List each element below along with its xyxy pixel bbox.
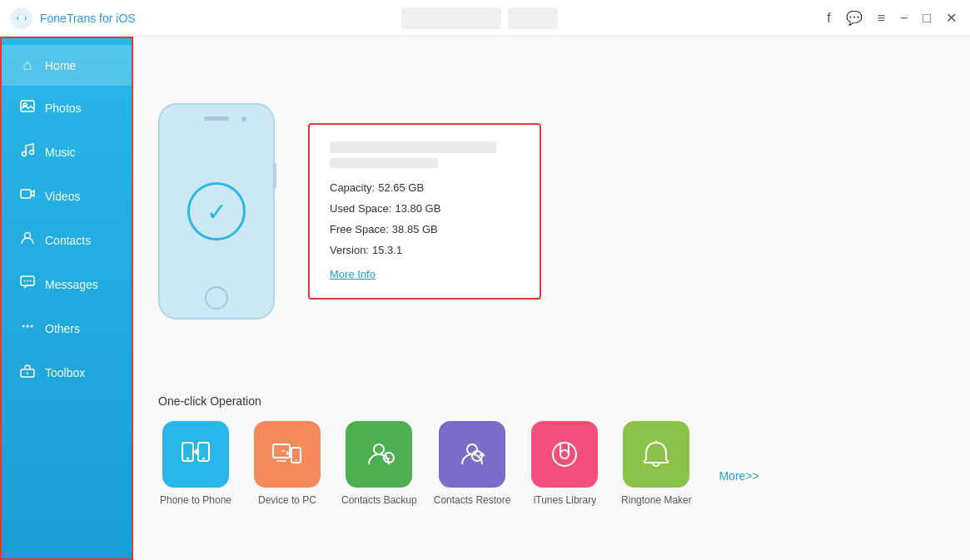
section-title: One-click Operation: [158, 394, 945, 408]
operation-phone-to-phone[interactable]: Phone to Phone: [158, 421, 233, 508]
sidebar-item-contacts[interactable]: Contacts: [2, 218, 132, 262]
operation-contacts-backup[interactable]: Contacts Backup: [341, 421, 417, 508]
sidebar-label-contacts: Contacts: [45, 234, 91, 247]
svg-point-27: [467, 444, 477, 454]
svg-rect-6: [21, 190, 31, 198]
sidebar-item-toolbox[interactable]: Toolbox: [2, 350, 132, 394]
svg-point-14: [31, 325, 33, 328]
phone-speaker: [204, 116, 229, 121]
app-logo-icon: [10, 7, 33, 30]
operation-contacts-restore[interactable]: Contacts Restore: [434, 421, 511, 508]
used-space-row: Used Space: 13.80 GB: [330, 202, 520, 215]
contacts-restore-icon-box: [439, 421, 505, 488]
version-row: Version: 15.3.1: [330, 244, 520, 256]
window-controls: f 💬 ≡ − □ ✕: [823, 8, 960, 27]
one-click-section: One-click Operation Phone: [158, 394, 945, 508]
operation-itunes-library[interactable]: iTunes Library: [527, 421, 602, 508]
capacity-label: Capacity:: [330, 181, 375, 194]
app-logo: FoneTrans for iOS: [10, 7, 136, 30]
svg-point-28: [553, 443, 576, 466]
version-label: Version:: [330, 244, 369, 256]
ringtone-maker-icon-box: [623, 421, 689, 488]
svg-point-29: [560, 450, 569, 458]
sidebar-label-toolbox: Toolbox: [45, 366, 85, 379]
device-to-pc-icon-box: [254, 421, 321, 488]
capacity-row: Capacity: 52.65 GB: [330, 181, 520, 194]
device-secondary: [508, 7, 558, 29]
phone-home-button: [205, 286, 228, 310]
others-icon: [18, 318, 37, 339]
contacts-backup-icon-box: [346, 421, 412, 488]
sidebar-item-photos[interactable]: Photos: [2, 86, 132, 130]
phone-frame: ✓: [158, 103, 275, 320]
svg-point-1: [18, 15, 25, 22]
svg-point-9: [24, 280, 26, 282]
svg-point-26: [374, 444, 384, 454]
device-name-blurred: [330, 141, 496, 153]
svg-point-4: [22, 152, 27, 156]
sidebar-item-videos[interactable]: Videos: [2, 174, 132, 218]
facebook-button[interactable]: f: [823, 9, 833, 27]
svg-point-11: [30, 280, 32, 282]
used-space-value: 13.80 GB: [395, 202, 440, 215]
operation-ringtone-maker[interactable]: Ringtone Maker: [619, 421, 694, 508]
more-button[interactable]: More>>: [719, 469, 759, 508]
more-info-link[interactable]: More Info: [330, 268, 376, 280]
sidebar-item-music[interactable]: Music: [2, 130, 132, 174]
svg-point-21: [202, 458, 205, 460]
chat-button[interactable]: 💬: [843, 8, 866, 27]
svg-point-5: [30, 151, 34, 155]
check-mark-icon: ✓: [206, 197, 227, 226]
sidebar-item-others[interactable]: Others: [2, 306, 132, 350]
toolbox-icon: [18, 362, 37, 383]
close-button[interactable]: ✕: [943, 8, 960, 27]
photos-icon: [18, 97, 37, 118]
phone-to-phone-icon: [177, 436, 214, 473]
svg-point-25: [296, 459, 297, 461]
app-title: FoneTrans for iOS: [40, 12, 136, 25]
device-section: ✓ Capacity: 52.65 GB: [158, 53, 945, 369]
maximize-button[interactable]: □: [919, 9, 934, 27]
itunes-library-icon: [546, 436, 583, 473]
videos-icon: [18, 186, 37, 206]
phone-side-button: [273, 163, 276, 188]
contacts-backup-label: Contacts Backup: [341, 494, 417, 508]
version-value: 15.3.1: [372, 244, 402, 256]
operation-device-to-pc[interactable]: Device to PC: [250, 421, 325, 508]
sidebar-label-music: Music: [45, 146, 76, 159]
sidebar-label-home: Home: [45, 59, 76, 72]
device-info-header: [330, 141, 520, 168]
menu-button[interactable]: ≡: [874, 9, 888, 27]
ringtone-maker-icon: [638, 436, 674, 473]
phone-camera: [241, 116, 246, 121]
sidebar-item-messages[interactable]: Messages: [2, 262, 132, 306]
svg-rect-2: [21, 101, 34, 112]
free-space-row: Free Space: 38.85 GB: [330, 223, 520, 235]
ringtone-maker-label: Ringtone Maker: [621, 494, 692, 508]
phone-to-phone-icon-box: [162, 421, 229, 488]
phone-to-phone-label: Phone to Phone: [160, 494, 231, 508]
phone-illustration: ✓: [158, 103, 275, 320]
device-selector-area: [136, 7, 824, 29]
itunes-library-icon-box: [531, 421, 598, 488]
svg-point-20: [187, 458, 189, 460]
free-space-value: 38.85 GB: [392, 223, 438, 235]
music-icon: [18, 141, 37, 162]
sidebar-item-home[interactable]: Home: [2, 45, 132, 86]
sidebar-label-others: Others: [45, 322, 80, 335]
sidebar: Home Photos Music: [0, 37, 133, 560]
free-space-label: Free Space:: [330, 223, 389, 235]
home-icon: [18, 57, 37, 74]
operation-grid: Phone to Phone Device to: [158, 421, 945, 508]
itunes-library-label: iTunes Library: [534, 494, 597, 508]
device-info-card: Capacity: 52.65 GB Used Space: 13.80 GB …: [308, 123, 541, 300]
svg-point-10: [27, 280, 28, 282]
capacity-value: 52.65 GB: [378, 181, 424, 194]
phone-check-circle: ✓: [187, 182, 246, 240]
contacts-icon: [18, 230, 37, 250]
device-dropdown[interactable]: [401, 7, 501, 29]
contacts-backup-icon: [361, 436, 397, 473]
sidebar-label-messages: Messages: [45, 278, 98, 291]
used-space-label: Used Space:: [330, 202, 391, 215]
minimize-button[interactable]: −: [897, 9, 911, 27]
